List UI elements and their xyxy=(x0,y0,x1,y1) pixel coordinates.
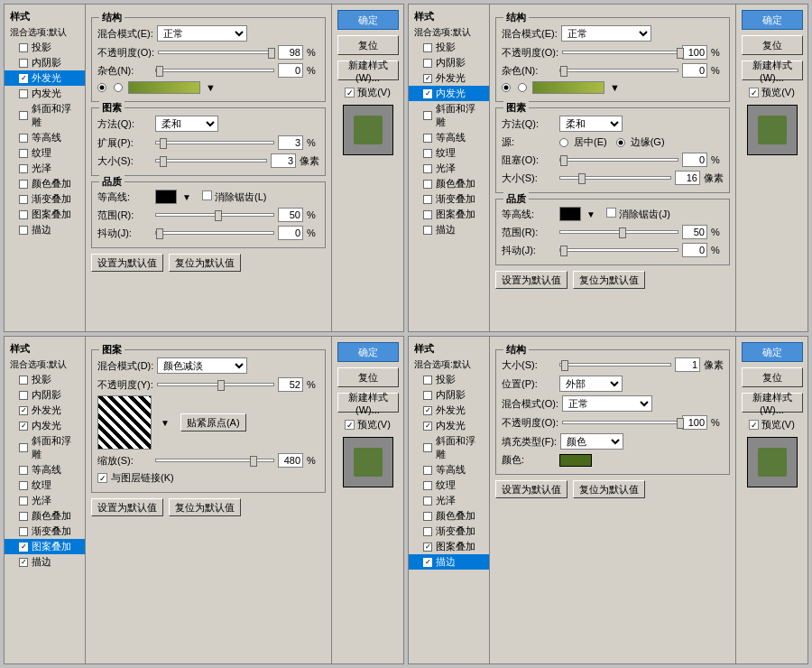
fill-type-select[interactable]: 颜色 xyxy=(560,433,623,450)
blend-mode-select-s[interactable]: 正常 xyxy=(562,395,652,412)
cb-shadow[interactable] xyxy=(19,43,28,52)
sidebar-item-outer-glow[interactable]: ✓外发光 xyxy=(5,70,85,86)
ok-btn-3[interactable]: 确定 xyxy=(337,342,399,362)
anti-alias-cb[interactable] xyxy=(202,190,212,200)
sidebar-item-gradient-overlay-4[interactable]: 渐变叠加 xyxy=(409,524,489,539)
gradient-preview-2[interactable] xyxy=(532,81,604,94)
sidebar-item-inner-shadow-2[interactable]: 内阴影 xyxy=(409,55,489,70)
reset-btn-4[interactable]: 复位 xyxy=(742,367,803,387)
cb-bevel-3[interactable] xyxy=(19,443,28,452)
radio-edge[interactable] xyxy=(616,138,625,147)
sidebar-item-color-overlay-3[interactable]: 颜色叠加 xyxy=(5,508,85,524)
sidebar-item-pattern-overlay-4[interactable]: ✓图案叠加 xyxy=(409,539,489,554)
sidebar-item-pattern-overlay-3[interactable]: ✓图案叠加 xyxy=(5,539,85,554)
preview-cb-4[interactable] xyxy=(749,420,759,430)
cb-color-overlay[interactable] xyxy=(19,180,28,189)
new-style-btn-4[interactable]: 新建样式(W)... xyxy=(742,393,803,413)
set-default-btn-2[interactable]: 设置为默认值 xyxy=(495,271,567,289)
preview-cb-3[interactable] xyxy=(345,420,355,430)
sidebar-item-color-overlay-2[interactable]: 颜色叠加 xyxy=(409,176,489,191)
choke-slider[interactable] xyxy=(559,158,678,162)
reset-default-btn[interactable]: 复位为默认值 xyxy=(169,254,241,272)
cb-stroke-2[interactable] xyxy=(423,226,432,235)
radio-color[interactable] xyxy=(97,83,106,92)
reset-btn-2[interactable]: 复位 xyxy=(742,35,803,55)
method-select-2[interactable]: 柔和 xyxy=(559,116,623,132)
reset-default-btn-4[interactable]: 复位为默认值 xyxy=(573,480,645,498)
size-slider-s[interactable] xyxy=(559,363,671,366)
sidebar-item-outer-glow-2[interactable]: ✓外发光 xyxy=(409,70,489,86)
cb-bevel-2[interactable] xyxy=(423,111,432,120)
cb-inner-glow-4[interactable]: ✓ xyxy=(423,422,432,431)
cb-color-overlay-4[interactable] xyxy=(423,512,432,521)
sidebar-item-stroke[interactable]: 描边 xyxy=(5,222,85,237)
jitter-slider-2[interactable] xyxy=(559,248,678,252)
sidebar-item-contour-3[interactable]: 等高线 xyxy=(5,462,85,478)
cb-bevel-4[interactable] xyxy=(423,443,432,452)
sidebar-item-contour-4[interactable]: 等高线 xyxy=(409,462,489,478)
reset-btn-3[interactable]: 复位 xyxy=(337,367,399,387)
gradient-preview[interactable] xyxy=(128,81,200,94)
cb-outer-glow-4[interactable]: ✓ xyxy=(423,406,432,415)
cb-inner-shadow-2[interactable] xyxy=(423,59,432,68)
contour-preview-2[interactable] xyxy=(559,207,581,221)
opacity-slider-3[interactable] xyxy=(157,383,274,386)
cb-pattern-overlay[interactable] xyxy=(19,210,28,219)
reset-default-btn-3[interactable]: 复位为默认值 xyxy=(169,498,241,516)
sidebar-item-bevel-3[interactable]: 斜面和浮雕 xyxy=(5,433,85,462)
cb-pattern-overlay-3[interactable]: ✓ xyxy=(19,543,28,552)
new-style-btn[interactable]: 新建样式(W)... xyxy=(337,60,399,80)
sidebar-item-texture-3[interactable]: 纹理 xyxy=(5,478,85,493)
cb-gradient-overlay[interactable] xyxy=(19,195,28,204)
range-slider[interactable] xyxy=(155,213,274,217)
link-cb[interactable] xyxy=(97,473,107,483)
cb-texture-3[interactable] xyxy=(19,481,28,490)
cb-contour-3[interactable] xyxy=(19,466,28,475)
noise-input-2[interactable] xyxy=(682,63,707,78)
cb-stroke[interactable] xyxy=(19,226,28,235)
sidebar-item-blend-3[interactable]: 混合选项:默认 xyxy=(5,357,85,372)
sidebar-item-inner-shadow[interactable]: 内阴影 xyxy=(5,55,85,70)
opacity-slider-s[interactable] xyxy=(562,421,678,424)
sidebar-item-shadow-2[interactable]: 投影 xyxy=(409,40,489,55)
jitter-input-2[interactable] xyxy=(682,243,707,257)
sidebar-item-texture[interactable]: 纹理 xyxy=(5,145,85,161)
blend-mode-select-3[interactable]: 颜色减淡 xyxy=(157,357,247,374)
cb-texture[interactable] xyxy=(19,149,28,158)
choke-input[interactable] xyxy=(682,153,707,167)
cb-satin-2[interactable] xyxy=(423,164,432,173)
opacity-slider[interactable] xyxy=(158,51,274,54)
sidebar-item-contour-2[interactable]: 等高线 xyxy=(409,130,489,145)
size-slider[interactable] xyxy=(155,159,267,162)
cb-bevel[interactable] xyxy=(19,111,28,120)
opacity-input-3[interactable] xyxy=(278,377,303,392)
noise-slider-2[interactable] xyxy=(559,69,678,72)
preview-cb-2[interactable] xyxy=(749,88,759,97)
sidebar-item-inner-glow-2[interactable]: ✓内发光 xyxy=(409,86,489,101)
cb-gradient-overlay-2[interactable] xyxy=(423,195,432,204)
cb-shadow-3[interactable] xyxy=(19,376,28,385)
cb-outer-glow-3[interactable]: ✓ xyxy=(19,406,28,415)
noise-slider[interactable] xyxy=(155,69,274,72)
scale-input[interactable] xyxy=(278,453,303,468)
opacity-slider-2[interactable] xyxy=(562,51,678,54)
sidebar-item-inner-shadow-4[interactable]: 内阴影 xyxy=(409,387,489,403)
range-slider-2[interactable] xyxy=(559,230,678,234)
size-input-s[interactable] xyxy=(675,357,700,372)
cb-texture-2[interactable] xyxy=(423,149,432,158)
jitter-input[interactable] xyxy=(278,226,303,240)
blend-mode-select-2[interactable]: 正常 xyxy=(561,25,651,42)
opacity-input[interactable] xyxy=(278,45,303,60)
reset-default-btn-2[interactable]: 复位为默认值 xyxy=(573,271,645,289)
range-input-2[interactable] xyxy=(682,225,707,239)
sidebar-item-satin-3[interactable]: 光泽 xyxy=(5,493,85,508)
cb-shadow-4[interactable] xyxy=(423,376,432,385)
cb-pattern-overlay-4[interactable]: ✓ xyxy=(423,543,432,552)
sidebar-item-inner-glow-3[interactable]: ✓内发光 xyxy=(5,418,85,433)
ok-btn-4[interactable]: 确定 xyxy=(742,342,803,362)
sidebar-item-color-overlay[interactable]: 颜色叠加 xyxy=(5,176,85,191)
spread-input[interactable] xyxy=(278,135,303,150)
cb-pattern-overlay-2[interactable] xyxy=(423,210,432,219)
cb-outer-glow-2[interactable]: ✓ xyxy=(423,74,432,83)
size-slider-2[interactable] xyxy=(559,176,671,180)
